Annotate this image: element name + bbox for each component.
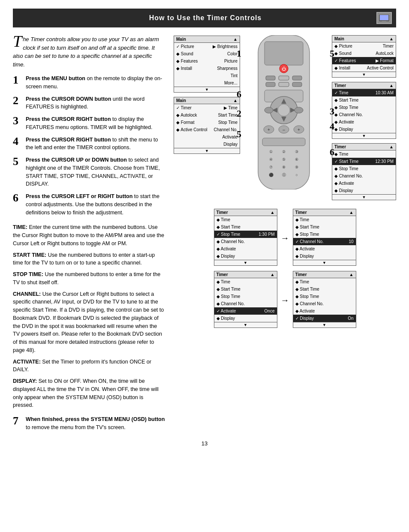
step-1: 1 Press the MENU button on the remote to… bbox=[13, 75, 165, 91]
step-3-text: Press the CURSOR RIGHT button to display… bbox=[26, 115, 165, 132]
def-display-title: DISPLAY: bbox=[13, 378, 37, 384]
menu-1-footer: ▼ bbox=[174, 87, 240, 92]
menu-1-header: Main ▲ bbox=[174, 36, 240, 43]
menu-box-5: Timer ▲ ◆ Time ✓ Start Time12:30 PM ◆ St… bbox=[332, 143, 396, 200]
top-diagram-area: Main ▲ ✓ Picture ▶ Brightness ◆ Sound Co… bbox=[174, 35, 396, 202]
svg-text:–: – bbox=[283, 127, 285, 132]
menu-box-6: Timer ▲ ◆ Time ◆ Start Time ✓ Stop Time1… bbox=[214, 209, 277, 266]
page-header: How to Use the Timer Controls bbox=[13, 9, 396, 27]
def-time: TIME: Enter the current time with the nu… bbox=[13, 223, 165, 247]
badge-2: 2 bbox=[237, 108, 241, 119]
menu-8-stop: ◆ Stop Time bbox=[214, 293, 277, 300]
step-7-number: 7 bbox=[13, 415, 23, 427]
svg-text:○: ○ bbox=[295, 173, 298, 177]
menu-6-channel: ◆ Channel No. bbox=[214, 238, 277, 245]
menu-5-start: ✓ Start Time12:30 PM bbox=[332, 158, 396, 165]
menu-3-item-format: ◆ Format Stop Time bbox=[174, 119, 240, 126]
badge-4: 4 bbox=[330, 121, 334, 132]
def-activate-title: ACTIVATE: bbox=[13, 359, 41, 365]
header-icon bbox=[376, 12, 392, 24]
def-start-time: START TIME: Use the numbered buttons to … bbox=[13, 251, 165, 268]
arrow-2: → bbox=[281, 295, 289, 305]
menu-1-item-more: More... bbox=[174, 79, 240, 87]
bottom-menus-area: Timer ▲ ◆ Time ◆ Start Time ✓ Stop Time1… bbox=[174, 209, 396, 330]
svg-text:②: ② bbox=[282, 150, 286, 154]
menu-box-3: Main ▲ ✓ Timer ▶ Time ◆ Autolock Start T… bbox=[174, 97, 240, 154]
svg-point-15 bbox=[278, 104, 290, 116]
def-activate: ACTIVATE: Set the Timer to preform it's … bbox=[13, 358, 165, 374]
page-title: How to Use the Timer Controls bbox=[34, 14, 376, 22]
def-display: DISPLAY: Set to ON or OFF. When ON, the … bbox=[13, 377, 165, 409]
intro-text: he Timer controls allow you to use your … bbox=[13, 36, 159, 68]
menu-5-activate: ◆ Activate bbox=[332, 180, 396, 187]
menu-3-title: Main bbox=[176, 98, 186, 103]
intro-paragraph: T he Timer controls allow you to use you… bbox=[13, 35, 165, 69]
badge-6b: 6 bbox=[330, 147, 334, 158]
menu-5-channel: ◆ Channel No. bbox=[332, 172, 396, 180]
drop-cap: T bbox=[13, 35, 22, 48]
menu-6-start: ◆ Start Time bbox=[214, 223, 277, 231]
menu-5-footer: ▼ bbox=[332, 194, 396, 200]
menu-1-title: Main bbox=[176, 37, 186, 42]
menu-box-4: Timer ▲ ✓ Time10:30 AM ◆ Start Time ◆ St… bbox=[332, 82, 396, 139]
right-column: Main ▲ ✓ Picture ▶ Brightness ◆ Sound Co… bbox=[174, 35, 396, 432]
right-menus-col: Main ▲ ◆ PictureTimer ◆ SoundAutoLock ✓ … bbox=[332, 35, 396, 202]
menu-1-item-picture: ✓ Picture ▶ Brightness bbox=[174, 43, 240, 50]
menu-7-time: ◆ Time bbox=[293, 216, 356, 223]
menu-7-activate: ◆ Activate bbox=[293, 245, 356, 252]
step-1-number: 1 bbox=[13, 75, 23, 86]
svg-rect-2 bbox=[382, 21, 386, 22]
menu-5-time: ◆ Time bbox=[332, 150, 396, 158]
menu-6-display: ◆ Display bbox=[214, 252, 277, 260]
menu-main-initial: Main ▲ ✓ Picture ▶ Brightness ◆ Sound Co… bbox=[174, 35, 240, 94]
menu-9-activate: ◆ Activate bbox=[293, 307, 356, 315]
step-5-text: Press the CURSOR UP or DOWN button to se… bbox=[26, 156, 165, 188]
menu-7-display: ◆ Display bbox=[293, 252, 356, 260]
page-number: 13 bbox=[13, 440, 396, 447]
menu-4-channel: ◆ Channel No. bbox=[332, 111, 396, 118]
menu-9-header: Timer ▲ bbox=[293, 271, 356, 278]
step-4: 4 Press the CURSOR RIGHT button to shift… bbox=[13, 136, 165, 152]
menu-1-item-install: ◆ Install Sharpness bbox=[174, 65, 240, 72]
menu-4-display: ◆ Display bbox=[332, 126, 396, 133]
menu-2-footer: ▼ bbox=[332, 72, 396, 77]
remote-with-badges: 1 2 6 5 3 4 5 6 bbox=[250, 35, 322, 191]
menu-2-picture: ◆ PictureTimer bbox=[332, 42, 396, 50]
menu-3-footer: ▼ bbox=[174, 148, 240, 153]
step-5: 5 Press the CURSOR UP or DOWN button to … bbox=[13, 156, 165, 188]
svg-rect-9 bbox=[292, 76, 302, 80]
menu-2-install: ◆ InstallActive Control bbox=[332, 64, 396, 72]
svg-text:+: + bbox=[298, 127, 300, 132]
svg-text:⚫: ⚫ bbox=[269, 172, 274, 177]
step-7: 7 When finished, press the SYSTEM MENU (… bbox=[13, 415, 165, 432]
menu-8-header: Timer ▲ bbox=[214, 271, 277, 278]
menu-2-sound: ◆ SoundAutoLock bbox=[332, 50, 396, 57]
badge-5: 5 bbox=[330, 48, 334, 59]
menu-box-2: Main ▲ ◆ PictureTimer ◆ SoundAutoLock ✓ … bbox=[332, 35, 396, 78]
stop-time-row: Timer ▲ ◆ Time ◆ Start Time ✓ Stop Time1… bbox=[174, 209, 396, 268]
step-2: 2 Press the CURSOR DOWN button until the… bbox=[13, 95, 165, 111]
svg-rect-4 bbox=[265, 42, 303, 65]
menu-5-header: Timer ▲ bbox=[332, 144, 396, 150]
svg-text:+: + bbox=[268, 127, 270, 132]
svg-text:③: ③ bbox=[295, 150, 298, 154]
svg-text:①: ① bbox=[269, 150, 273, 154]
def-channel: CHANNEL: Use the Cursor Left or Right bu… bbox=[13, 290, 165, 355]
menu-box-1: Main ▲ ✓ Picture ▶ Brightness ◆ Sound Co… bbox=[174, 36, 240, 93]
menu-3-item-timer: ✓ Timer ▶ Time bbox=[174, 104, 240, 111]
svg-text:④: ④ bbox=[269, 157, 273, 162]
menu-3-item-ac: ◆ Active Control Channel No. bbox=[174, 126, 240, 133]
def-stop-time: STOP TIME: Use the numbered buttons to e… bbox=[13, 271, 165, 287]
menu-1-item-features: ◆ Features Picture bbox=[174, 57, 240, 65]
svg-rect-1 bbox=[380, 15, 388, 20]
menu-main-timer: Main ▲ ✓ Timer ▶ Time ◆ Autolock Start T… bbox=[174, 97, 240, 156]
menu-6-footer: ▼ bbox=[214, 260, 277, 265]
menu-4-stop: ◆ Stop Time bbox=[332, 104, 396, 111]
badge-3: 3 bbox=[330, 106, 334, 117]
svg-text:⑥: ⑥ bbox=[295, 157, 298, 162]
menu-4-time: ✓ Time10:30 AM bbox=[332, 89, 396, 96]
menu-7-channel: ✓ Channel No.10 bbox=[293, 238, 356, 245]
menu-8-footer: ▼ bbox=[214, 322, 277, 328]
def-time-text: Enter the current time with the numbered… bbox=[13, 224, 164, 246]
left-menus-col: Main ▲ ✓ Picture ▶ Brightness ◆ Sound Co… bbox=[174, 35, 240, 156]
